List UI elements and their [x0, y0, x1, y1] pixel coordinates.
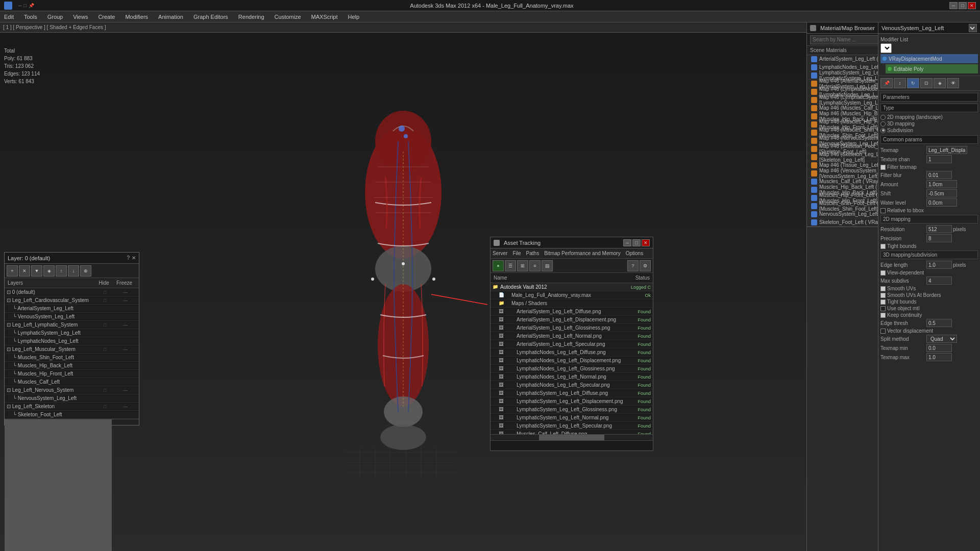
- split-method-select[interactable]: Quad: [926, 335, 957, 343]
- layer-item[interactable]: └ ArterialSystem_Leg_Left: [5, 305, 139, 313]
- menu-animation[interactable]: Animation: [156, 13, 185, 21]
- menu-rendering[interactable]: Rendering: [236, 13, 266, 21]
- layer-freeze-toggle[interactable]: —: [114, 388, 137, 393]
- modifier-dropdown-arrow[interactable]: ▼: [969, 24, 977, 32]
- menu-views[interactable]: Views: [71, 13, 90, 21]
- at-btn-table[interactable]: ▤: [542, 260, 553, 271]
- resolution-input[interactable]: [926, 225, 952, 233]
- modifier-list-dropdown[interactable]: [880, 43, 892, 53]
- shift-input[interactable]: [926, 189, 957, 197]
- asset-item[interactable]: 🖼LymphaticSystem_Leg_Left_Specular.pngFo…: [491, 422, 653, 430]
- texmap-min-input[interactable]: [926, 344, 952, 352]
- viewport-canvas[interactable]: Total Poly: 61 883 Tris: 123 062 Edges: …: [0, 33, 806, 551]
- asset-item[interactable]: 🖼LymphaticNodes_Leg_Left_Displacement.pn…: [491, 357, 653, 365]
- window-controls-min[interactable]: ─: [18, 3, 21, 8]
- layer-item[interactable]: ⊡ Leg_Left_Skeleton□—: [5, 403, 139, 411]
- modifier-entry-vray[interactable]: VRayDisplacementMod: [880, 54, 978, 63]
- modifier-entry-epoly[interactable]: Editable Poly: [886, 64, 978, 73]
- maximize-button[interactable]: □: [959, 2, 967, 9]
- layer-item[interactable]: ⊡ Leg_Left_Nervous_System□—: [5, 386, 139, 394]
- mod-btn-hide[interactable]: 👁: [947, 78, 959, 88]
- texmap-input[interactable]: [926, 146, 967, 154]
- water-level-input[interactable]: [926, 198, 957, 207]
- asset-item[interactable]: 🖼LymphaticNodes_Leg_Left_Specular.pngFou…: [491, 381, 653, 389]
- asset-item[interactable]: 📁Autodesk Vault 2012Logged C: [491, 283, 653, 291]
- smooth-uvs-checkbox[interactable]: [880, 286, 886, 291]
- asset-item[interactable]: 🖼LymphaticSystem_Leg_Left_Normal.pngFoun…: [491, 414, 653, 422]
- layer-item[interactable]: └ Muscles_Shin_Foot_Left: [5, 354, 139, 362]
- at-maximize[interactable]: □: [632, 239, 641, 246]
- close-button[interactable]: ✕: [968, 2, 976, 9]
- filter-texmap-checkbox[interactable]: [880, 165, 886, 170]
- tight-bounds2-checkbox[interactable]: [880, 299, 886, 305]
- layer-btn-merge[interactable]: ⊕: [80, 265, 91, 277]
- layer-hide-toggle[interactable]: □: [96, 347, 114, 352]
- layer-hide-toggle[interactable]: □: [96, 388, 114, 393]
- layer-btn-down[interactable]: ↓: [68, 265, 79, 277]
- at-btn-list[interactable]: ☰: [505, 260, 516, 271]
- layer-item[interactable]: ⊡ Leg_Left_Cardiovascular_System□—: [5, 296, 139, 305]
- layer-hide-toggle[interactable]: □: [96, 322, 114, 328]
- mod-btn-scale[interactable]: ⊡: [920, 78, 933, 88]
- menu-customize[interactable]: Customize: [273, 13, 303, 21]
- radio-2d-mapping[interactable]: 2D mapping (landscape): [880, 114, 978, 120]
- layer-item[interactable]: └ Skeleton_Foot_Left: [5, 411, 139, 419]
- use-obj-mtl-checkbox[interactable]: [880, 306, 886, 311]
- keep-continuity-checkbox[interactable]: [880, 313, 886, 318]
- at-btn-grid[interactable]: ⊞: [517, 260, 528, 271]
- at-btn-detail[interactable]: ≡: [529, 260, 541, 271]
- layer-panel-help[interactable]: ?: [127, 255, 130, 261]
- layer-freeze-toggle[interactable]: —: [114, 298, 137, 303]
- at-menu-options[interactable]: Options: [626, 251, 643, 256]
- asset-item[interactable]: 🖼LymphaticSystem_Leg_Left_Glossiness.png…: [491, 406, 653, 414]
- edge-thresh-input[interactable]: [926, 319, 952, 327]
- at-menu-bitmap[interactable]: Bitmap Performance and Memory: [544, 251, 621, 256]
- layer-item[interactable]: └ Muscles_Hip_Front_Left: [5, 370, 139, 378]
- asset-item[interactable]: 🖼ArterialSystem_Leg_Left_Diffuse.pngFoun…: [491, 308, 653, 316]
- layer-item[interactable]: ⊡ Leg_Left_Lymphatic_System□—: [5, 321, 139, 329]
- layer-hide-toggle[interactable]: □: [96, 298, 114, 303]
- at-minimize[interactable]: ─: [623, 239, 631, 246]
- asset-item[interactable]: 📄Male_Leg_Full_Anatomy_vray.maxOk: [491, 291, 653, 299]
- layer-item[interactable]: └ LymphaticNodes_Leg_Left: [5, 337, 139, 345]
- layer-btn-new[interactable]: +: [7, 265, 18, 277]
- window-controls-pin[interactable]: 📌: [29, 3, 34, 8]
- layer-btn-add[interactable]: ▼: [31, 265, 42, 277]
- view-dependent-checkbox[interactable]: [880, 270, 886, 276]
- filter-blur-input[interactable]: [926, 171, 952, 179]
- menu-help[interactable]: Help: [346, 13, 362, 21]
- asset-item[interactable]: 🖼ArterialSystem_Leg_Left_Glossiness.pngF…: [491, 324, 653, 332]
- layer-item[interactable]: └ Muscles_Hip_Back_Left: [5, 362, 139, 370]
- layer-hide-toggle[interactable]: □: [96, 404, 114, 409]
- menu-tools[interactable]: Tools: [22, 13, 39, 21]
- radio-3d-mapping[interactable]: 3D mapping: [880, 121, 978, 127]
- window-controls-max[interactable]: □: [23, 3, 26, 8]
- asset-item[interactable]: 🖼LymphaticSystem_Leg_Left_Diffuse.pngFou…: [491, 389, 653, 397]
- mod-btn-move[interactable]: ↕: [894, 78, 906, 88]
- mod-btn-pin[interactable]: 📌: [880, 78, 893, 88]
- asset-item[interactable]: 🖼LymphaticNodes_Leg_Left_Diffuse.pngFoun…: [491, 348, 653, 357]
- at-menu-paths[interactable]: Paths: [526, 251, 540, 256]
- layer-freeze-toggle[interactable]: —: [114, 290, 137, 295]
- mod-btn-sel[interactable]: ◈: [934, 78, 946, 88]
- smooth-at-borders-checkbox[interactable]: [880, 293, 886, 298]
- radio-subdivision[interactable]: Subdivision: [880, 128, 978, 133]
- layer-item[interactable]: └ VenousSystem_Leg_Left: [5, 313, 139, 321]
- layer-freeze-toggle[interactable]: —: [114, 322, 137, 328]
- asset-item[interactable]: 🖼ArterialSystem_Leg_Left_Normal.pngFound: [491, 332, 653, 340]
- layer-item[interactable]: ⊡ Leg_Left_Muscular_System□—: [5, 345, 139, 354]
- asset-item[interactable]: 🖼Muscles_Calf_Left_Diffuse.pngFound: [491, 430, 653, 434]
- at-btn-help[interactable]: ?: [627, 260, 639, 271]
- asset-item[interactable]: 🖼ArterialSystem_Leg_Left_Displacement.pn…: [491, 316, 653, 324]
- layer-btn-delete[interactable]: ✕: [19, 265, 30, 277]
- amount-input[interactable]: [926, 180, 957, 188]
- relative-bbox-checkbox[interactable]: [880, 208, 886, 213]
- layer-panel-close[interactable]: ✕: [132, 255, 136, 261]
- layer-scrollbar[interactable]: [5, 419, 139, 425]
- max-subdivs-input[interactable]: [926, 277, 952, 285]
- layer-freeze-toggle[interactable]: —: [114, 347, 137, 352]
- vector-disp-checkbox[interactable]: [880, 329, 886, 334]
- menu-graph-editors[interactable]: Graph Editors: [191, 13, 230, 21]
- layer-item[interactable]: └ LymphaticSystem_Leg_Left: [5, 329, 139, 337]
- viewport[interactable]: [ 1 ] [ Perspective ] [ Shaded + Edged F…: [0, 22, 806, 551]
